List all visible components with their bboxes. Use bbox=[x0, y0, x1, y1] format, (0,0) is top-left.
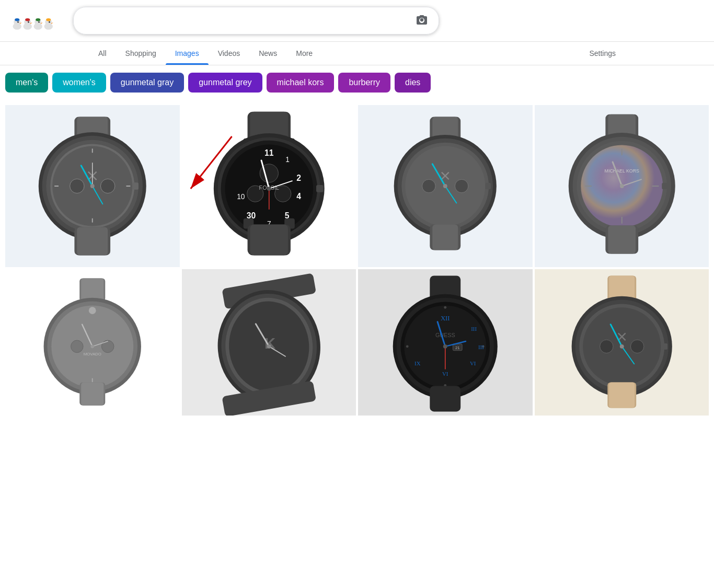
svg-point-75 bbox=[422, 179, 436, 193]
chip-womens[interactable]: women's bbox=[52, 73, 106, 93]
image-cell-watch6[interactable]: K bbox=[182, 269, 356, 416]
svg-text:1: 1 bbox=[285, 156, 290, 164]
tab-all[interactable]: All bbox=[89, 42, 116, 65]
tab-shopping[interactable]: Shopping bbox=[116, 42, 166, 65]
svg-rect-82 bbox=[485, 183, 491, 189]
watch-image-6: K bbox=[182, 269, 356, 416]
svg-rect-68 bbox=[250, 225, 288, 256]
images-row-2: MOVADO K bbox=[5, 269, 709, 416]
svg-text:10: 10 bbox=[237, 193, 245, 201]
svg-point-14 bbox=[46, 18, 51, 21]
svg-rect-165 bbox=[609, 383, 635, 408]
svg-text:IX: IX bbox=[414, 360, 421, 366]
svg-text:11: 11 bbox=[264, 148, 274, 157]
svg-text:III: III bbox=[478, 344, 484, 350]
svg-point-15 bbox=[49, 21, 50, 23]
images-grid: 11 1 2 4 5 7 30 10 FOSSIL bbox=[0, 100, 714, 423]
svg-rect-84 bbox=[432, 225, 458, 250]
chip-gunmetal-gray[interactable]: gunmetal gray bbox=[110, 73, 184, 93]
svg-point-6 bbox=[25, 18, 30, 21]
svg-point-2 bbox=[15, 18, 19, 21]
watch-image-1 bbox=[5, 105, 180, 267]
svg-point-11 bbox=[38, 21, 40, 23]
svg-rect-101 bbox=[608, 226, 636, 254]
svg-text:MICHAEL KORS: MICHAEL KORS bbox=[604, 168, 639, 174]
chip-mens[interactable]: men's bbox=[5, 73, 48, 93]
watch-image-4: MICHAEL KORS bbox=[535, 105, 709, 267]
svg-point-3 bbox=[17, 21, 19, 23]
svg-text:MOVADO: MOVADO bbox=[84, 352, 101, 356]
svg-text:VI: VI bbox=[442, 371, 448, 377]
image-cell-watch7[interactable]: XII III III VI VI IX GUESS 21 bbox=[358, 269, 533, 416]
logo bbox=[10, 6, 63, 35]
image-cell-watch3[interactable] bbox=[358, 105, 533, 267]
image-cell-watch5[interactable]: MOVADO bbox=[5, 269, 180, 416]
camera-search-button[interactable] bbox=[413, 11, 430, 30]
svg-rect-37 bbox=[132, 182, 139, 190]
tab-more[interactable]: More bbox=[286, 42, 322, 65]
svg-text:GUESS: GUESS bbox=[435, 332, 455, 338]
image-cell-watch4[interactable]: MICHAEL KORS bbox=[535, 105, 709, 267]
header: gunmetal watch bbox=[0, 0, 714, 42]
svg-point-156 bbox=[600, 340, 613, 353]
watch-image-7: XII III III VI VI IX GUESS 21 bbox=[358, 269, 533, 416]
svg-rect-116 bbox=[81, 383, 103, 406]
svg-text:2: 2 bbox=[296, 174, 301, 182]
svg-point-148 bbox=[443, 344, 447, 349]
watch-image-8 bbox=[535, 269, 709, 416]
svg-point-63 bbox=[267, 187, 271, 191]
watch-image-3 bbox=[358, 105, 533, 267]
tab-news[interactable]: News bbox=[249, 42, 286, 65]
svg-point-76 bbox=[455, 179, 468, 193]
svg-point-107 bbox=[89, 307, 96, 314]
svg-rect-39 bbox=[77, 227, 108, 255]
settings-link[interactable]: Settings bbox=[580, 42, 625, 65]
tab-images[interactable]: Images bbox=[166, 42, 209, 65]
svg-rect-149 bbox=[430, 386, 460, 411]
svg-point-98 bbox=[619, 184, 624, 188]
watch-image-2: 11 1 2 4 5 7 30 10 FOSSIL bbox=[182, 105, 356, 267]
svg-point-114 bbox=[90, 344, 94, 348]
svg-point-81 bbox=[443, 184, 447, 188]
chip-dies[interactable]: dies bbox=[395, 73, 431, 93]
svg-text:VI: VI bbox=[470, 360, 476, 366]
svg-point-29 bbox=[70, 179, 84, 193]
chip-michael-kors[interactable]: michael kors bbox=[267, 73, 335, 93]
svg-point-36 bbox=[90, 184, 95, 188]
tab-videos[interactable]: Videos bbox=[209, 42, 250, 65]
svg-point-132 bbox=[444, 306, 446, 309]
svg-point-108 bbox=[71, 340, 84, 353]
camera-icon bbox=[416, 14, 428, 26]
search-bar: gunmetal watch bbox=[73, 7, 439, 34]
image-cell-watch1[interactable] bbox=[5, 105, 180, 267]
svg-rect-99 bbox=[662, 183, 667, 189]
svg-point-10 bbox=[36, 18, 40, 21]
svg-point-7 bbox=[28, 21, 29, 23]
svg-point-135 bbox=[406, 345, 409, 348]
image-cell-watch2[interactable]: 11 1 2 4 5 7 30 10 FOSSIL bbox=[182, 105, 356, 267]
filter-chips: men's women's gunmetal gray gunmetal gre… bbox=[0, 65, 714, 100]
chip-burberry[interactable]: burberry bbox=[338, 73, 390, 93]
svg-point-125 bbox=[267, 344, 271, 349]
svg-point-30 bbox=[100, 179, 114, 193]
svg-rect-163 bbox=[662, 343, 667, 350]
watch-image-5: MOVADO bbox=[5, 269, 180, 416]
svg-text:III: III bbox=[471, 326, 477, 332]
svg-rect-64 bbox=[316, 185, 323, 192]
svg-point-157 bbox=[630, 340, 644, 353]
image-cell-watch8[interactable] bbox=[535, 269, 709, 416]
svg-text:4: 4 bbox=[296, 192, 301, 201]
images-row-1: 11 1 2 4 5 7 30 10 FOSSIL bbox=[5, 105, 709, 267]
svg-point-109 bbox=[101, 340, 114, 353]
svg-point-162 bbox=[619, 344, 624, 349]
svg-text:21: 21 bbox=[455, 345, 460, 350]
chip-gunmetal-grey[interactable]: gunmetal grey bbox=[188, 73, 262, 93]
svg-text:XII: XII bbox=[441, 315, 450, 322]
search-input[interactable]: gunmetal watch bbox=[82, 15, 413, 27]
logo-image bbox=[10, 6, 63, 35]
nav-tabs: All Shopping Images Videos News More Set… bbox=[0, 42, 714, 65]
